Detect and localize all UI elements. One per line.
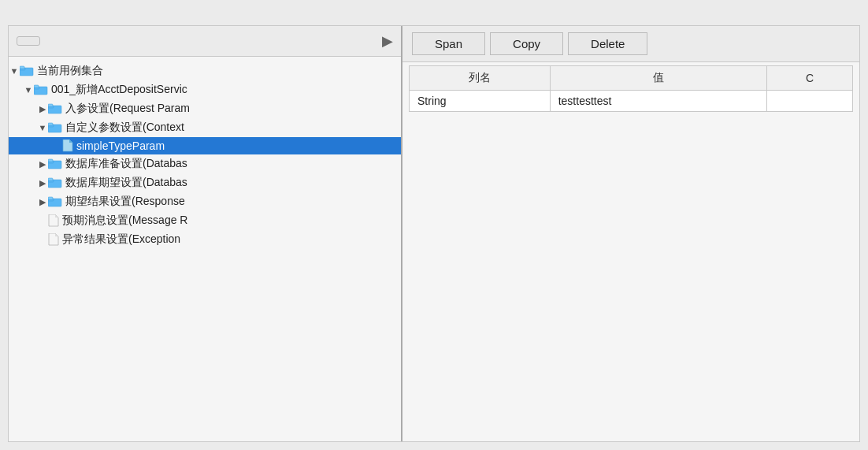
folder-icon bbox=[20, 65, 34, 76]
tree-item-label: simpleTypeParam bbox=[76, 139, 165, 152]
file-blank-icon bbox=[48, 214, 59, 227]
svg-rect-8 bbox=[48, 104, 53, 106]
tree-item-label: 期望结果设置(Response bbox=[65, 195, 185, 209]
tree-item-root[interactable]: ▼ 当前用例集合 bbox=[9, 61, 401, 80]
table-cell: String bbox=[410, 91, 551, 112]
svg-rect-11 bbox=[48, 123, 53, 125]
main-content: ▶ ▼ 当前用例集合▼ 001_新增AcctDepositServic▶ 入参设… bbox=[8, 25, 860, 442]
tree-toggle-icon[interactable]: ▶ bbox=[37, 178, 48, 188]
right-panel: SpanCopyDelete 列名值C Stringtesttesttest bbox=[402, 26, 859, 441]
tree-item-response[interactable]: ▶ 期望结果设置(Response bbox=[9, 192, 401, 211]
tree-item-label: 当前用例集合 bbox=[37, 64, 103, 78]
splitter-arrow-icon[interactable]: ▶ bbox=[382, 32, 393, 50]
tree-item-label: 入参设置(Request Param bbox=[65, 102, 190, 116]
tree-item-simpleTypeParam[interactable]: simpleTypeParam bbox=[9, 137, 401, 154]
delete-button[interactable]: Delete bbox=[568, 32, 647, 55]
left-panel: ▶ ▼ 当前用例集合▼ 001_新增AcctDepositServic▶ 入参设… bbox=[9, 26, 402, 441]
table-header-值: 值 bbox=[550, 66, 766, 91]
file-blank-icon bbox=[48, 233, 59, 246]
folder-icon bbox=[48, 103, 62, 114]
tree-item-case001[interactable]: ▼ 001_新增AcctDepositServic bbox=[9, 80, 401, 99]
table-cell bbox=[766, 91, 852, 112]
tree-toggle-icon[interactable]: ▶ bbox=[37, 197, 48, 207]
span-button[interactable]: Span bbox=[412, 32, 485, 55]
table-header-列名: 列名 bbox=[410, 66, 551, 91]
tree-toggle-icon[interactable]: ▼ bbox=[23, 85, 34, 95]
tree-item-label: 自定义参数设置(Context bbox=[65, 121, 184, 135]
tree-item-database_expect[interactable]: ▶ 数据库期望设置(Databas bbox=[9, 173, 401, 192]
tree-item-label: 数据库准备设置(Databas bbox=[65, 157, 187, 171]
folder-icon bbox=[48, 196, 62, 207]
svg-rect-16 bbox=[48, 159, 53, 162]
tree-toggle-icon[interactable]: ▼ bbox=[9, 66, 20, 76]
file-icon bbox=[62, 139, 73, 152]
svg-rect-22 bbox=[48, 197, 53, 199]
table-container: 列名值C Stringtesttesttest bbox=[402, 62, 859, 441]
folder-icon bbox=[48, 158, 62, 169]
app-container: ▶ ▼ 当前用例集合▼ 001_新增AcctDepositServic▶ 入参设… bbox=[0, 0, 868, 450]
svg-rect-5 bbox=[34, 85, 39, 87]
table-header-C: C bbox=[766, 66, 852, 91]
tree-item-label: 001_新增AcctDepositServic bbox=[51, 83, 187, 97]
data-table: 列名值C Stringtesttesttest bbox=[409, 65, 853, 112]
prerun-button[interactable] bbox=[17, 36, 40, 46]
folder-icon bbox=[48, 122, 62, 133]
table-cell: testtesttest bbox=[550, 91, 766, 112]
tree-item-context[interactable]: ▼ 自定义参数设置(Context bbox=[9, 118, 401, 137]
tree-item-label: 预期消息设置(Message R bbox=[62, 214, 187, 228]
folder-icon bbox=[48, 177, 62, 188]
action-buttons: SpanCopyDelete bbox=[402, 26, 859, 62]
tree-item-database_prepare[interactable]: ▶ 数据库准备设置(Databas bbox=[9, 154, 401, 173]
tree-item-label: 异常结果设置(Exception bbox=[62, 232, 180, 247]
page-title bbox=[0, 0, 868, 20]
table-row: Stringtesttesttest bbox=[410, 91, 853, 112]
toolbar-row: ▶ bbox=[9, 26, 401, 57]
tree-item-exception[interactable]: 异常结果设置(Exception bbox=[9, 230, 401, 249]
tree-item-message[interactable]: 预期消息设置(Message R bbox=[9, 211, 401, 230]
folder-icon bbox=[34, 84, 48, 95]
tree-item-request[interactable]: ▶ 入参设置(Request Param bbox=[9, 99, 401, 118]
tree-toggle-icon[interactable]: ▼ bbox=[37, 123, 48, 132]
svg-rect-19 bbox=[48, 178, 53, 180]
tree-toggle-icon[interactable]: ▶ bbox=[37, 159, 48, 169]
tree-item-label: 数据库期望设置(Databas bbox=[65, 176, 187, 190]
tree-container: ▼ 当前用例集合▼ 001_新增AcctDepositServic▶ 入参设置(… bbox=[9, 57, 401, 441]
copy-button[interactable]: Copy bbox=[490, 32, 563, 55]
tree-toggle-icon[interactable]: ▶ bbox=[37, 104, 48, 114]
svg-rect-2 bbox=[20, 66, 24, 69]
